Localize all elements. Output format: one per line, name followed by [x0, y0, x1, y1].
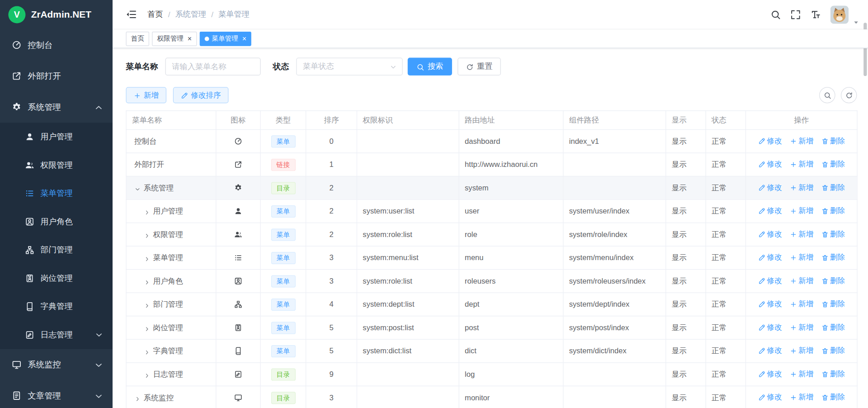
- row-op-add[interactable]: 新增: [789, 206, 813, 216]
- row-op-delete[interactable]: 删除: [821, 206, 845, 216]
- row-expand-down-icon[interactable]: [134, 185, 141, 191]
- status-select[interactable]: 菜单状态: [296, 58, 403, 76]
- row-op-add[interactable]: 新增: [789, 276, 813, 286]
- row-op-delete[interactable]: 删除: [821, 299, 845, 309]
- cell-status: 正常: [706, 293, 745, 316]
- tab-2[interactable]: 权限管理×: [152, 31, 197, 46]
- row-expand-right-icon[interactable]: [144, 301, 151, 308]
- sort-edit-button[interactable]: 修改排序: [173, 87, 229, 104]
- row-op-edit[interactable]: 修改: [758, 299, 782, 309]
- table-row[interactable]: 权限管理菜单2system:role:listrolesystem/role/i…: [126, 223, 857, 247]
- row-op-add[interactable]: 新增: [789, 159, 813, 169]
- table-row[interactable]: 部门管理菜单4system:dept:listdeptsystem/dept/i…: [126, 293, 857, 316]
- font-size-icon[interactable]: [810, 9, 821, 19]
- row-op-add[interactable]: 新增: [789, 323, 813, 332]
- row-op-add[interactable]: 新增: [789, 183, 813, 193]
- toggle-search-button[interactable]: [819, 87, 835, 104]
- row-op-delete[interactable]: 删除: [821, 253, 845, 263]
- row-expand-right-icon[interactable]: [144, 348, 151, 355]
- row-op-add[interactable]: 新增: [789, 346, 813, 356]
- row-expand-right-icon[interactable]: [134, 394, 141, 401]
- breadcrumb-item[interactable]: 首页: [147, 9, 163, 19]
- reset-button[interactable]: 重置: [458, 58, 501, 76]
- sidebar-subitem[interactable]: 字典管理: [0, 293, 113, 321]
- table-row[interactable]: 日志管理目录9log显示正常修改新增删除: [126, 363, 857, 386]
- row-expand-right-icon[interactable]: [144, 324, 151, 331]
- table-row[interactable]: 字典管理菜单5system:dict:listdictsystem/dict/i…: [126, 339, 857, 363]
- table-row[interactable]: 用户管理菜单2system:user:listusersystem/user/i…: [126, 199, 857, 223]
- row-op-add[interactable]: 新增: [789, 369, 813, 379]
- cell-perm: system:post:list: [357, 316, 459, 340]
- sidebar-subitem[interactable]: 菜单管理: [0, 179, 113, 208]
- row-op-edit[interactable]: 修改: [758, 346, 782, 356]
- add-button[interactable]: 新增: [126, 87, 166, 104]
- row-op-delete[interactable]: 删除: [821, 276, 845, 286]
- table-row[interactable]: 菜单管理菜单3system:menu:listmenusystem/menu/i…: [126, 246, 857, 270]
- row-expand-right-icon[interactable]: [144, 208, 151, 214]
- row-expand-right-icon[interactable]: [144, 371, 151, 378]
- row-op-edit[interactable]: 修改: [758, 136, 782, 146]
- row-op-delete[interactable]: 删除: [821, 229, 845, 239]
- row-op-edit[interactable]: 修改: [758, 159, 782, 169]
- row-op-delete[interactable]: 删除: [821, 159, 845, 169]
- breadcrumb-item[interactable]: 系统管理: [175, 9, 207, 19]
- chevron-down-icon[interactable]: [853, 17, 859, 23]
- sidebar-item[interactable]: 文章管理: [0, 380, 113, 408]
- table-row[interactable]: 系统管理目录2system显示正常修改新增删除: [126, 176, 857, 200]
- row-op-edit[interactable]: 修改: [758, 276, 782, 286]
- table-row[interactable]: 外部打开链接1http://www.izhaorui.cn显示正常修改新增删除: [126, 153, 857, 176]
- sidebar-subitem[interactable]: 部门管理: [0, 236, 113, 264]
- row-op-edit[interactable]: 修改: [758, 229, 782, 239]
- search-icon[interactable]: [770, 9, 781, 19]
- logo[interactable]: V ZrAdmin.NET: [0, 0, 113, 29]
- cell-perm: system:role:list: [357, 223, 459, 247]
- search-button[interactable]: 搜索: [408, 58, 452, 76]
- row-op-edit[interactable]: 修改: [758, 323, 782, 332]
- row-op-edit[interactable]: 修改: [758, 206, 782, 216]
- menu-name-input[interactable]: [165, 58, 261, 76]
- row-op-delete[interactable]: 删除: [821, 369, 845, 379]
- row-expand-right-icon[interactable]: [144, 255, 151, 261]
- sidebar-item[interactable]: 控制台: [0, 29, 113, 61]
- tab-close-icon[interactable]: ×: [242, 35, 246, 42]
- sidebar-subitem[interactable]: 用户管理: [0, 123, 113, 151]
- sidebar-subitem[interactable]: 用户角色: [0, 208, 113, 236]
- table-row[interactable]: 用户角色菜单3system:role:listroleuserssystem/r…: [126, 270, 857, 293]
- tab-3[interactable]: 菜单管理×: [199, 31, 251, 46]
- row-op-add[interactable]: 新增: [789, 393, 813, 403]
- fullscreen-icon[interactable]: [790, 9, 801, 19]
- row-op-add[interactable]: 新增: [789, 299, 813, 309]
- sidebar-item-label: 系统监控: [28, 359, 87, 370]
- row-op-label: 修改: [767, 229, 782, 239]
- row-op-add[interactable]: 新增: [789, 229, 813, 239]
- row-op-delete[interactable]: 删除: [821, 183, 845, 193]
- cell-sort: 3: [306, 246, 357, 270]
- row-op-edit[interactable]: 修改: [758, 253, 782, 263]
- menu-fold-icon[interactable]: [126, 9, 137, 20]
- row-op-edit[interactable]: 修改: [758, 369, 782, 379]
- table-row[interactable]: 岗位管理菜单5system:post:listpostsystem/post/i…: [126, 316, 857, 340]
- sidebar-subitem[interactable]: 权限管理: [0, 151, 113, 180]
- row-op-add[interactable]: 新增: [789, 253, 813, 263]
- row-op-delete[interactable]: 删除: [821, 346, 845, 356]
- refresh-table-button[interactable]: [841, 87, 857, 104]
- row-op-edit[interactable]: 修改: [758, 183, 782, 193]
- row-op-delete[interactable]: 删除: [821, 393, 845, 403]
- table-row[interactable]: 系统监控目录3monitor显示正常修改新增删除: [126, 386, 857, 408]
- sidebar-subitem[interactable]: 日志管理: [0, 321, 113, 349]
- tab-close-icon[interactable]: ×: [188, 35, 192, 42]
- avatar[interactable]: [830, 5, 849, 24]
- row-expand-right-icon[interactable]: [144, 278, 151, 285]
- row-op-delete[interactable]: 删除: [821, 323, 845, 332]
- row-op-edit[interactable]: 修改: [758, 393, 782, 403]
- row-expand-right-icon[interactable]: [144, 231, 151, 238]
- row-op-delete[interactable]: 删除: [821, 136, 845, 146]
- sidebar-subitem[interactable]: 岗位管理: [0, 264, 113, 293]
- table-row[interactable]: 控制台菜单0dashboardindex_v1显示正常修改新增删除: [126, 129, 857, 153]
- sidebar-item[interactable]: 外部打开: [0, 61, 113, 92]
- row-op-add[interactable]: 新增: [789, 136, 813, 146]
- tab-1[interactable]: 首页: [126, 31, 149, 46]
- sidebar-item[interactable]: 系统管理: [0, 91, 113, 123]
- menu-name-label: 菜单名称: [126, 62, 158, 72]
- sidebar-item[interactable]: 系统监控: [0, 349, 113, 380]
